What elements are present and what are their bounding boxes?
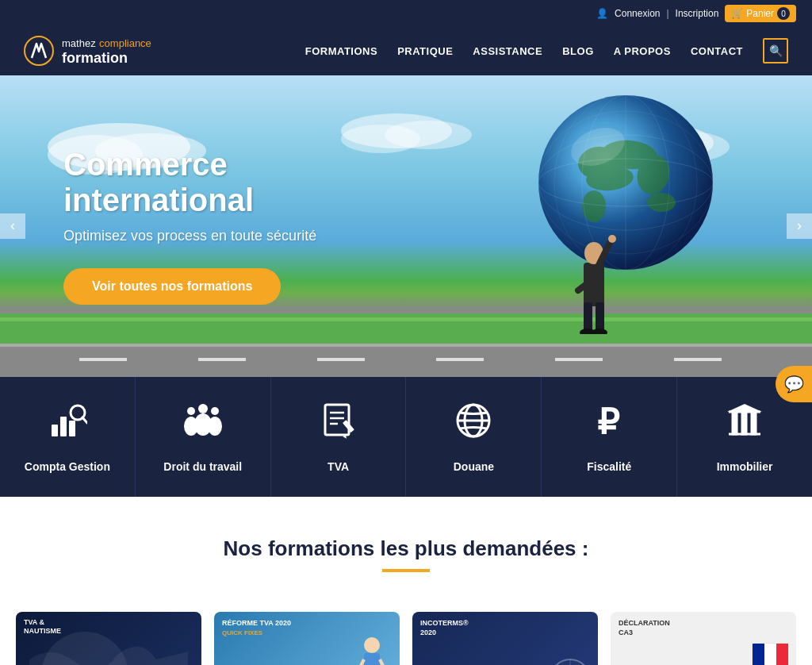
categories-section: Compta Gestion Droit du travail	[0, 377, 812, 497]
svg-rect-9	[555, 358, 603, 361]
svg-point-43	[608, 235, 616, 243]
fiscalite-icon: ₽	[589, 401, 629, 449]
card-incoterms[interactable]: INCOTERMS®2020	[412, 612, 598, 665]
nav-contact[interactable]: CONTACT	[691, 45, 743, 57]
nav-assistance[interactable]: ASSISTANCE	[473, 45, 542, 57]
douane-label: Douane	[454, 460, 494, 473]
svg-rect-45	[60, 417, 67, 436]
category-tva[interactable]: TVA	[271, 377, 407, 497]
carousel-next-button[interactable]: ›	[787, 213, 812, 239]
cart-count: 0	[777, 7, 790, 20]
svg-text:₽: ₽	[597, 402, 620, 440]
tva-icon	[319, 401, 358, 449]
chat-bubble-button[interactable]: 💬	[776, 366, 812, 402]
logo-compliance: compliance	[99, 37, 151, 49]
cart-label: Panier	[746, 8, 774, 19]
formations-section: Nos formations les plus demandées :	[0, 497, 812, 612]
nav-blog[interactable]: BLOG	[562, 45, 594, 57]
svg-rect-8	[436, 358, 484, 361]
svg-rect-2	[0, 317, 812, 321]
svg-line-74	[356, 659, 364, 665]
svg-rect-5	[79, 358, 127, 361]
category-droit[interactable]: Droit du travail	[136, 377, 271, 497]
search-button[interactable]: 🔍	[763, 38, 788, 63]
svg-point-16	[385, 121, 472, 149]
svg-point-54	[208, 417, 222, 436]
svg-rect-4	[0, 344, 812, 347]
user-icon: 👤	[596, 8, 608, 19]
svg-rect-55	[325, 405, 349, 435]
logo-formation: formation	[62, 50, 151, 67]
category-compta[interactable]: Compta Gestion	[0, 377, 136, 497]
svg-point-49	[198, 404, 208, 413]
hero-section: ‹ › Commerce international Optimisez vos…	[0, 75, 812, 377]
category-douane[interactable]: Douane	[406, 377, 542, 497]
cart-icon: 🛒	[731, 8, 743, 19]
fiscalite-label: Fiscalité	[587, 460, 631, 473]
card-illustration	[352, 636, 392, 665]
svg-rect-44	[52, 425, 58, 436]
hero-cta-button[interactable]: Voir toutes nos formations	[63, 268, 281, 305]
card-incoterms-label: INCOTERMS®2020	[420, 618, 469, 638]
nav-pratique[interactable]: PRATIQUE	[397, 45, 453, 57]
logo-text: mathez compliance formation	[62, 35, 151, 67]
svg-rect-81	[753, 644, 764, 665]
hero-subtitle: Optimisez vos process en toute sécurité	[63, 228, 412, 244]
category-fiscalite[interactable]: ₽ Fiscalité	[542, 377, 677, 497]
svg-rect-83	[776, 644, 788, 665]
card-reforme-label: RÉFORME TVA 2020QUICK FIXES	[222, 618, 291, 638]
logo-mathez: mathez	[62, 37, 96, 49]
douane-icon	[454, 401, 493, 449]
card-reforme-tva[interactable]: RÉFORME TVA 2020QUICK FIXES	[214, 612, 400, 665]
logo-area[interactable]: mathez compliance formation	[24, 35, 151, 67]
card-tva-nautisme[interactable]: TVA &NAUTISME	[16, 612, 201, 665]
separator: |	[666, 8, 668, 19]
svg-line-48	[82, 417, 87, 423]
svg-rect-82	[764, 644, 776, 665]
card-declaration-label: DÉCLARATIONCA3	[619, 618, 670, 638]
globe-svg	[534, 91, 717, 274]
nav-formations[interactable]: FORMATIONS	[305, 45, 377, 57]
svg-line-75	[380, 659, 388, 665]
svg-rect-6	[198, 358, 246, 361]
logo-icon	[24, 36, 54, 66]
svg-point-53	[184, 417, 198, 436]
compta-icon	[48, 401, 87, 449]
svg-point-42	[592, 329, 607, 334]
hero-content: Commerce international Optimisez vos pro…	[0, 147, 476, 305]
section-title: Nos formations les plus demandées :	[24, 536, 788, 561]
droit-label: Droit du travail	[163, 460, 242, 473]
chat-icon: 💬	[784, 375, 804, 394]
svg-rect-70	[752, 412, 756, 434]
connexion-link[interactable]: Connexion	[615, 8, 660, 19]
immobilier-label: Immobilier	[717, 460, 773, 473]
section-underline	[382, 569, 430, 572]
hero-title: Commerce international	[63, 147, 412, 218]
card-incoterms-illustration	[546, 655, 594, 665]
card-declaration-illustration	[749, 640, 792, 665]
cart-area[interactable]: 🛒 Panier 0	[725, 5, 796, 22]
card-declaration[interactable]: DÉCLARATIONCA3	[611, 612, 796, 665]
svg-rect-40	[596, 302, 604, 332]
card-tva-label: TVA &NAUTISME	[24, 618, 61, 636]
svg-rect-10	[674, 358, 722, 361]
svg-rect-39	[584, 302, 592, 332]
svg-point-72	[364, 637, 380, 653]
svg-point-51	[211, 407, 219, 415]
nav-apropos[interactable]: A PROPOS	[614, 45, 671, 57]
globe-visual	[534, 91, 717, 277]
compta-label: Compta Gestion	[25, 460, 110, 473]
svg-point-26	[647, 193, 676, 212]
svg-rect-7	[317, 358, 365, 361]
person-svg	[566, 223, 622, 334]
search-icon: 🔍	[769, 44, 783, 57]
svg-rect-68	[733, 412, 737, 434]
inscription-link[interactable]: Inscription	[676, 8, 719, 19]
immobilier-icon	[725, 401, 764, 449]
svg-point-50	[187, 407, 195, 415]
svg-rect-69	[742, 412, 746, 434]
carousel-prev-button[interactable]: ‹	[0, 213, 25, 239]
tva-label: TVA	[327, 460, 349, 473]
person-visual	[566, 223, 622, 337]
main-nav: FORMATIONS PRATIQUE ASSISTANCE BLOG A PR…	[305, 38, 788, 63]
